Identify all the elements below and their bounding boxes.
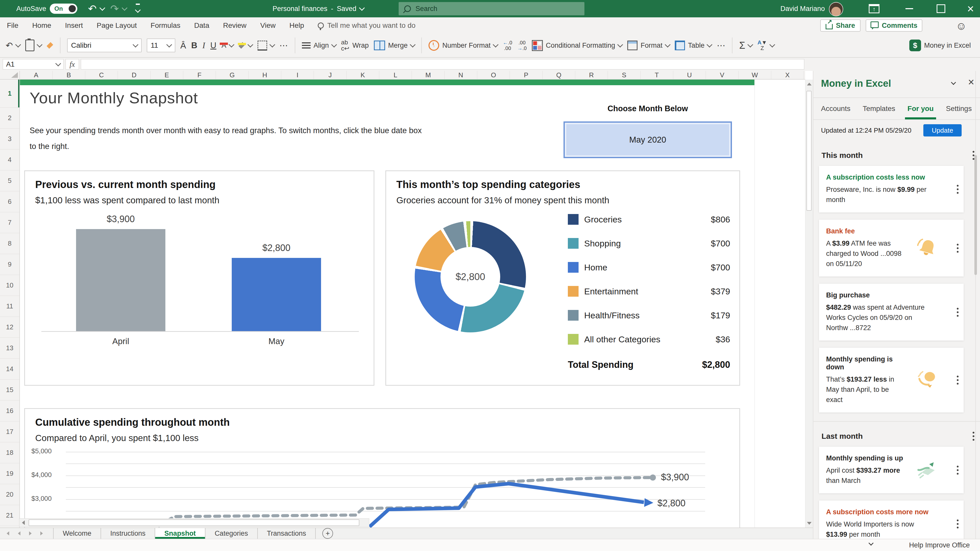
pane-close-icon[interactable]: × xyxy=(968,76,974,88)
column-header-h[interactable]: H xyxy=(248,71,281,79)
column-header-v[interactable]: V xyxy=(706,71,738,79)
autosave-pill[interactable]: On xyxy=(50,3,77,14)
grow-font-button[interactable]: Â xyxy=(180,41,186,51)
ribbon-tab-home[interactable]: Home xyxy=(25,17,58,34)
ribbon-tab-data[interactable]: Data xyxy=(187,17,216,34)
feedback-smiley-icon[interactable]: ☺ xyxy=(956,20,967,32)
legend-row-entertainment[interactable]: Entertainment$379 xyxy=(568,279,730,303)
vertical-scroll-thumb[interactable] xyxy=(807,91,811,211)
insight-card-a-subscription-costs-less-now[interactable]: A subscription costs less nowProseware, … xyxy=(819,166,964,213)
pane-collapse-icon[interactable] xyxy=(951,80,956,85)
donut-chart-card[interactable]: This month’s top spending categories Gro… xyxy=(385,170,740,386)
wrap-button[interactable]: abc↩Wrap xyxy=(341,39,369,52)
paste-button[interactable] xyxy=(25,40,41,51)
row-header-17[interactable]: 17 xyxy=(0,421,19,442)
status-chevron-icon[interactable] xyxy=(869,540,873,546)
row-header-19[interactable]: 19 xyxy=(0,463,19,484)
column-header-f[interactable]: F xyxy=(183,71,216,79)
row-header-3[interactable]: 3 xyxy=(0,129,19,149)
card-kebab-icon[interactable] xyxy=(956,305,959,319)
insight-card-monthly-spending-is-down[interactable]: Monthly spending is downThat’s $193.27 l… xyxy=(819,348,964,413)
card-kebab-icon[interactable] xyxy=(956,516,959,531)
legend-row-home[interactable]: Home$700 xyxy=(568,256,730,279)
legend-row-groceries[interactable]: Groceries$806 xyxy=(568,207,730,231)
scroll-up-arrow[interactable] xyxy=(805,79,813,88)
column-header-g[interactable]: G xyxy=(216,71,248,79)
money-in-excel-button[interactable]: $Money in Excel xyxy=(909,40,971,51)
row-header-21[interactable]: 21 xyxy=(0,505,19,526)
merge-button[interactable]: Merge xyxy=(374,41,415,50)
legend-row-shopping[interactable]: Shopping$700 xyxy=(568,231,730,256)
insert-function-button[interactable]: fx xyxy=(65,59,79,70)
pane-tab-templates[interactable]: Templates xyxy=(862,98,895,119)
column-header-e[interactable]: E xyxy=(151,71,183,79)
font-overflow-button[interactable]: ⋯ xyxy=(280,40,288,51)
pane-tab-for-you[interactable]: For you xyxy=(907,98,934,119)
row-header-13[interactable]: 13 xyxy=(0,338,19,359)
format-button[interactable]: Format xyxy=(627,41,670,50)
name-box[interactable]: A1 xyxy=(3,59,64,70)
pane-scrollbar-track[interactable] xyxy=(975,71,976,539)
conditional-formatting-button[interactable]: Conditional Formatting xyxy=(532,40,622,51)
redo-button[interactable]: ↷ xyxy=(110,0,127,17)
bar-april[interactable] xyxy=(76,229,165,331)
font-name-combo[interactable]: Calibri xyxy=(67,38,142,52)
next-sheet-arrow-icon[interactable] xyxy=(29,531,32,535)
row-header-8[interactable]: 8 xyxy=(0,233,19,254)
last-sheet-arrow-icon[interactable] xyxy=(40,531,43,535)
minimize-button[interactable] xyxy=(900,0,918,17)
align-button[interactable]: Align xyxy=(302,41,336,49)
worksheet[interactable]: Your Monthly Snapshot See your spending … xyxy=(20,79,805,527)
column-header-w[interactable]: W xyxy=(738,71,771,79)
pane-tab-settings[interactable]: Settings xyxy=(946,98,972,119)
tell-me-box[interactable]: Tell me what you want to do xyxy=(318,21,416,30)
horizontal-scroll-thumb[interactable] xyxy=(29,519,360,526)
column-header-s[interactable]: S xyxy=(608,71,641,79)
update-button[interactable]: Update xyxy=(923,124,962,137)
bold-button[interactable]: B xyxy=(191,41,197,50)
ribbon-overflow-button[interactable]: ⋯ xyxy=(717,40,725,51)
section-kebab-icon[interactable] xyxy=(972,429,975,444)
column-header-o[interactable]: O xyxy=(477,71,510,79)
row-header-5[interactable]: 5 xyxy=(0,170,19,191)
format-painter-button[interactable] xyxy=(47,42,53,49)
bar-may[interactable] xyxy=(232,258,321,331)
select-all-corner[interactable] xyxy=(0,71,20,79)
number-format-button[interactable]: Number Format xyxy=(428,40,498,51)
add-sheet-button[interactable]: + xyxy=(322,528,333,539)
row-header-20[interactable]: 20 xyxy=(0,484,19,505)
month-selector[interactable]: May 2020 xyxy=(563,121,732,158)
sheet-tab-transactions[interactable]: Transactions xyxy=(258,528,316,539)
maximize-button[interactable] xyxy=(932,0,950,17)
document-title[interactable]: Personal finances - Saved xyxy=(272,0,364,17)
quick-access-more-button[interactable] xyxy=(136,0,140,17)
row-header-9[interactable]: 9 xyxy=(0,254,19,275)
undo-button[interactable]: ↶ xyxy=(88,0,104,17)
title-dropdown-icon[interactable] xyxy=(359,5,365,11)
column-header-b[interactable]: B xyxy=(52,71,85,79)
column-header-l[interactable]: L xyxy=(379,71,412,79)
insight-card-big-purchase[interactable]: Big purchase$482.29 was spent at Adventu… xyxy=(819,284,964,341)
sheet-tab-snapshot[interactable]: Snapshot xyxy=(155,528,205,539)
italic-button[interactable]: I xyxy=(202,41,205,50)
search-input[interactable]: Search xyxy=(399,2,584,15)
ribbon-tab-insert[interactable]: Insert xyxy=(58,17,90,34)
row-header-1[interactable]: 1 xyxy=(0,79,19,108)
sheet-tab-instructions[interactable]: Instructions xyxy=(101,528,155,539)
row-header-4[interactable]: 4 xyxy=(0,149,19,170)
card-kebab-icon[interactable] xyxy=(956,241,959,256)
bar-chart-card[interactable]: Previous vs. current month spending $1,1… xyxy=(24,170,374,386)
share-button[interactable]: Share xyxy=(820,19,861,32)
ribbon-tab-page-layout[interactable]: Page Layout xyxy=(90,17,144,34)
fill-color-button[interactable] xyxy=(239,42,252,49)
row-header-10[interactable]: 10 xyxy=(0,275,19,296)
column-header-m[interactable]: M xyxy=(412,71,445,79)
row-header-15[interactable]: 15 xyxy=(0,380,19,400)
decrease-decimal-button[interactable]: ←.0.00 xyxy=(503,40,512,51)
column-header-x[interactable]: X xyxy=(771,71,804,79)
ribbon-tab-view[interactable]: View xyxy=(253,17,283,34)
row-header-12[interactable]: 12 xyxy=(0,317,19,338)
borders-button[interactable] xyxy=(258,41,274,51)
prev-sheet-arrow-icon[interactable] xyxy=(18,531,21,535)
insight-card-monthly-spending-is-up[interactable]: Monthly spending is upApril cost $393.27… xyxy=(819,447,964,493)
